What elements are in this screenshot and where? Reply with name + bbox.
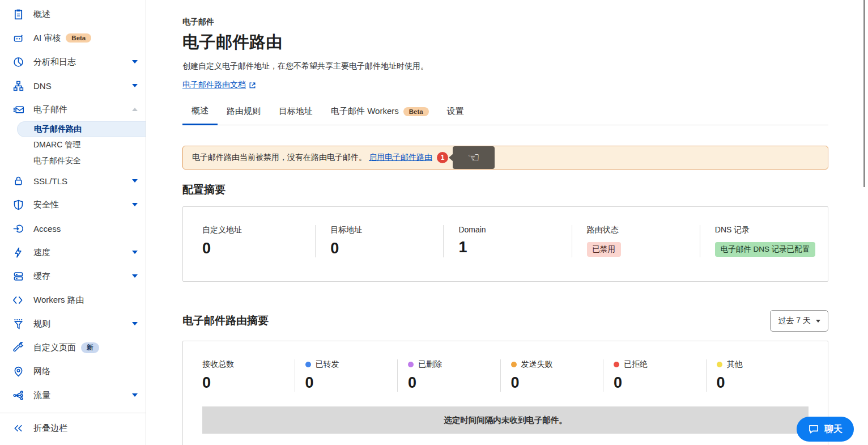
sidebar-item-overview[interactable]: 概述 xyxy=(0,2,146,26)
sidebar-item-speed[interactable]: 速度 xyxy=(0,240,146,264)
legend-dot xyxy=(717,362,722,367)
page-title: 电子邮件路由 xyxy=(182,31,828,54)
sidebar-item-rules[interactable]: 规则 xyxy=(0,312,146,336)
config-summary-card: 自定义地址 0 目标地址 0 Domain 1 路由状态 已禁用 DNS 记录 … xyxy=(182,206,828,282)
stat-value: 0 xyxy=(511,374,603,392)
stat-value: 0 xyxy=(408,374,500,392)
routing-summary-header: 电子邮件路由摘要 过去 7 天 xyxy=(182,310,828,332)
sidebar-item-ssl-tls[interactable]: SSL/TLS xyxy=(0,169,146,193)
sidebar-item-label: 概述 xyxy=(33,9,50,20)
sidebar-item-label: DNS xyxy=(33,81,52,91)
sidebar-subitem-label: DMARC 管理 xyxy=(33,140,80,150)
tab-overview[interactable]: 概述 xyxy=(182,105,218,125)
sidebar-item-workers-routes[interactable]: Workers 路由 xyxy=(0,288,146,312)
config-col-routing-status: 路由状态 已禁用 xyxy=(572,225,700,257)
chat-button-label: 聊天 xyxy=(824,423,843,435)
location-pin-icon xyxy=(12,366,24,378)
sidebar-item-dns[interactable]: DNS xyxy=(0,74,146,98)
funnel-icon xyxy=(12,318,24,330)
chevron-down-icon xyxy=(132,251,138,254)
empty-state-message: 选定时间间隔内未收到电子邮件。 xyxy=(202,406,809,434)
sidebar-item-label: 网络 xyxy=(33,366,50,377)
stat-label: 已删除 xyxy=(408,359,500,370)
doc-link-label: 电子邮件路由文档 xyxy=(182,80,246,90)
time-range-select[interactable]: 过去 7 天 xyxy=(770,310,828,332)
stat-col-dropped: 已删除 0 xyxy=(397,359,500,392)
routing-summary-title: 电子邮件路由摘要 xyxy=(182,313,269,328)
main-content: 电子邮件 电子邮件路由 创建自定义电子邮件地址，在您不希望共享主要电子邮件地址时… xyxy=(146,0,868,445)
tab-bar: 概述 路由规则 目标地址 电子邮件 Workers Beta 设置 xyxy=(182,105,828,125)
sidebar-item-label: 分析和日志 xyxy=(33,57,76,67)
sidebar-subitem-label: 电子邮件安全 xyxy=(33,156,81,166)
sidebar-item-access[interactable]: Access xyxy=(0,217,146,240)
code-brackets-icon xyxy=(12,294,24,306)
shield-icon xyxy=(12,199,24,211)
sidebar-item-email[interactable]: 电子邮件 xyxy=(0,98,146,121)
status-badge-disabled: 已禁用 xyxy=(587,242,622,257)
stat-label: Domain xyxy=(458,225,571,234)
chevron-down-icon xyxy=(132,60,138,63)
stat-label: 路由状态 xyxy=(587,225,700,235)
legend-dot xyxy=(511,362,517,367)
sidebar-item-label: 自定义页面 xyxy=(33,342,76,353)
legend-dot xyxy=(305,362,311,367)
scrollbar-thumb[interactable] xyxy=(863,0,865,187)
sidebar-item-analytics[interactable]: 分析和日志 xyxy=(0,50,146,74)
sidebar-item-custom-pages[interactable]: 自定义页面 新 xyxy=(0,336,146,359)
sidebar-item-security[interactable]: 安全性 xyxy=(0,193,146,217)
click-annotation-badge: 1 xyxy=(437,152,448,163)
tab-label: 设置 xyxy=(447,106,464,117)
chevron-down-icon xyxy=(132,179,138,183)
sidebar-item-label: AI 审核 xyxy=(33,33,61,44)
tab-email-workers[interactable]: 电子邮件 Workers Beta xyxy=(322,105,438,125)
sidebar-item-traffic[interactable]: 流量 xyxy=(0,383,146,407)
tab-routing-rules[interactable]: 路由规则 xyxy=(218,105,270,125)
sidebar-item-email-routing[interactable]: 电子邮件路由 xyxy=(17,121,146,137)
enable-email-routing-link[interactable]: 启用电子邮件路由 xyxy=(369,152,432,163)
hand-cursor-icon: ☜ xyxy=(467,151,480,164)
tab-destination-addresses[interactable]: 目标地址 xyxy=(270,105,322,125)
legend-dot xyxy=(408,362,414,367)
sidebar-item-dmarc[interactable]: DMARC 管理 xyxy=(0,137,146,153)
config-col-dns-records: DNS 记录 电子邮件 DNS 记录已配置 xyxy=(700,225,828,257)
tab-settings[interactable]: 设置 xyxy=(438,105,473,125)
chevron-down-icon xyxy=(132,84,138,87)
stat-value: 0 xyxy=(202,374,295,392)
status-badge-dns-configured: 电子邮件 DNS 记录已配置 xyxy=(715,242,816,257)
email-icon xyxy=(12,104,24,116)
sidebar-item-label: 安全性 xyxy=(33,200,59,210)
hierarchy-icon xyxy=(12,80,24,92)
sidebar-item-ai-audit[interactable]: AI 审核 Beta xyxy=(0,26,146,50)
sidebar-item-email-security[interactable]: 电子邮件安全 xyxy=(0,153,146,169)
sidebar-item-label: 缓存 xyxy=(33,271,50,282)
page-description: 创建自定义电子邮件地址，在您不希望共享主要电子邮件地址时使用。 xyxy=(182,61,828,71)
stat-label: 自定义地址 xyxy=(202,225,315,235)
external-link-icon xyxy=(249,82,256,89)
sidebar-item-network[interactable]: 网络 xyxy=(0,359,146,383)
wrench-icon xyxy=(12,342,24,354)
stats-row: 接收总数 0 已转发 0 已删除 0 xyxy=(202,359,809,392)
stat-label: 发送失败 xyxy=(511,359,603,370)
sidebar-item-label: 规则 xyxy=(33,319,50,329)
beta-badge: Beta xyxy=(403,107,429,116)
stat-col-forwarded: 已转发 0 xyxy=(295,359,398,392)
chat-button[interactable]: 聊天 xyxy=(797,417,854,442)
config-col-destination-addresses: 目标地址 0 xyxy=(315,225,443,257)
sidebar-item-label: 速度 xyxy=(33,247,50,258)
collapse-sidebar-button[interactable]: 折叠边栏 xyxy=(0,416,146,440)
sidebar-item-label: Access xyxy=(33,224,61,234)
routing-summary-card: 接收总数 0 已转发 0 已删除 0 xyxy=(182,341,828,445)
stat-col-delivery-failed: 发送失败 0 xyxy=(500,359,603,392)
doc-link[interactable]: 电子邮件路由文档 xyxy=(182,80,256,90)
config-summary-title: 配置摘要 xyxy=(182,183,828,197)
sidebar-item-label: 流量 xyxy=(33,390,50,401)
section-eyebrow: 电子邮件 xyxy=(182,17,828,27)
config-col-domain: Domain 1 xyxy=(443,225,571,257)
stat-label: 接收总数 xyxy=(202,359,295,370)
beta-badge: Beta xyxy=(66,33,91,43)
tab-label: 目标地址 xyxy=(279,106,313,117)
stat-value: 0 xyxy=(305,374,398,392)
stat-col-rejected: 已拒绝 0 xyxy=(603,359,706,392)
access-icon xyxy=(12,223,24,235)
sidebar-item-cache[interactable]: 缓存 xyxy=(0,264,146,288)
